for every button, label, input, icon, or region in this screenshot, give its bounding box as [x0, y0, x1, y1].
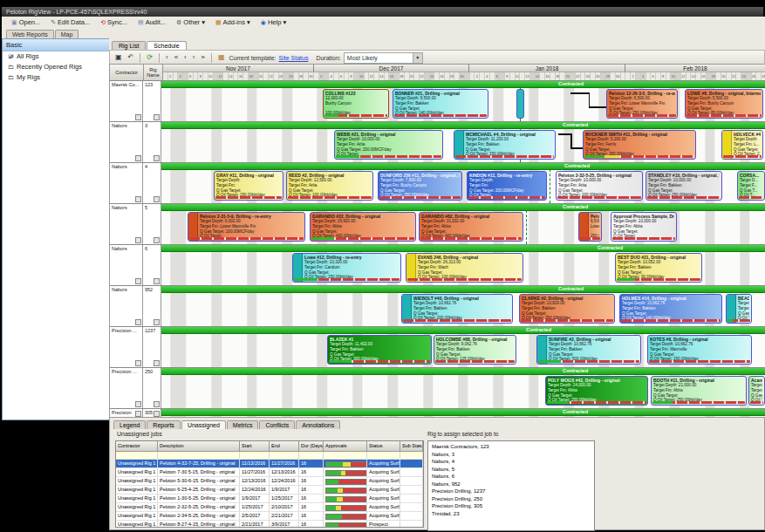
row-expander-button[interactable]: [135, 155, 141, 161]
refresh-icon[interactable]: ⟳: [145, 52, 154, 63]
job-block[interactable]: BEST DUO #21, Drilling - originalTarget …: [615, 253, 702, 283]
job-block[interactable]: LOWE #8, Drilling - original, Intermedia…: [685, 89, 763, 119]
list-item[interactable]: Nabors, 4: [428, 458, 594, 466]
bottom-tab-annotations[interactable]: Annotations: [296, 420, 340, 429]
list-item[interactable]: Precision Drilling, 1237: [428, 488, 594, 495]
row-expander-button[interactable]: [135, 196, 141, 202]
undo-icon[interactable]: ↶: [126, 52, 136, 63]
tab-schedule[interactable]: Schedule: [147, 41, 186, 50]
table-row[interactable]: Unassigned Rig 1Peloton 8-27-4-15, Drill…: [116, 521, 423, 528]
row-expander-button[interactable]: [154, 411, 160, 417]
job-block[interactable]: Acanthus...Target De...Target Fm...Q Gas…: [748, 376, 765, 406]
job-block[interactable]: WIEBOLT #40, Drilling - originalTarget D…: [401, 294, 513, 324]
filter-cell[interactable]: [400, 452, 423, 459]
menu-item-other[interactable]: ⚙Other ▾: [172, 17, 209, 28]
job-block[interactable]: DUNFORD 256 #11, Drilling - original, Se…: [378, 171, 462, 201]
filter-cell[interactable]: [270, 452, 299, 459]
column-header[interactable]: Approvals: [324, 441, 367, 451]
menu-item-addins[interactable]: ▦Add-ins ▾: [211, 17, 255, 28]
filter-cell[interactable]: [116, 452, 158, 459]
job-block[interactable]: BLAZEK #1Target Depth: 11,402.00Target F…: [327, 335, 432, 365]
list-item[interactable]: Trinidad, 23: [428, 510, 594, 518]
row-expander-button[interactable]: [135, 411, 141, 417]
column-header[interactable]: Contractor: [116, 441, 158, 451]
job-block[interactable]: REED #2, Drilling - originalTarget Depth…: [286, 171, 373, 201]
job-block[interactable]: CLARKE #2, Drilling - originalTarget Dep…: [519, 294, 615, 324]
row-expander-button[interactable]: [154, 237, 160, 243]
filter-cell[interactable]: [240, 452, 270, 459]
job-block[interactable]: MCMICHAEL #4, Drilling - originalTarget …: [454, 130, 556, 160]
table-row[interactable]: Unassigned Rig 1Peloton 5-30-6-15, Drill…: [116, 477, 423, 486]
column-header[interactable]: Dur (Days): [299, 441, 324, 451]
table-row[interactable]: Unassigned Rig 1Peloton 6-25-4-25, Drill…: [116, 486, 423, 494]
column-header[interactable]: Sub Status: [400, 441, 423, 451]
job-block[interactable]: HOLVECK #44Target Depth:Target Fm: L...Q…: [721, 130, 763, 160]
job-block[interactable]: EVANS 246, Drilling - originalTarget Dep…: [406, 253, 523, 283]
row-expander-button[interactable]: [154, 196, 160, 202]
row-expander-button[interactable]: [154, 155, 160, 161]
row-expander-button[interactable]: [135, 114, 141, 120]
job-block[interactable]: COLLINS #12312,000.00Bushy Canyon 100.00…: [323, 89, 389, 119]
table-row[interactable]: Unassigned Rig 1Peloton 4-32-7-25, Drill…: [116, 460, 423, 468]
calendar-icon[interactable]: ▦: [216, 52, 227, 63]
table-row[interactable]: Unassigned Rig 1Peloton 7-30 5-15, Drill…: [116, 468, 423, 477]
assign-rig-listbox[interactable]: Maersk Contractors, 123Nabors, 3Nabors, …: [427, 440, 595, 531]
list-item[interactable]: Nabors, 3: [428, 451, 594, 459]
list-item[interactable]: Maersk Contractors, 123: [428, 443, 594, 451]
job-block[interactable]: GARANDO #82, Drilling - originalTarget D…: [419, 212, 523, 242]
app-tab-web-reports[interactable]: Web Reports: [6, 30, 54, 38]
job-block[interactable]: Peloton 262 1091...6,500.00Lower Mannvil…: [578, 212, 602, 242]
column-header[interactable]: Description: [158, 441, 240, 451]
chevron-down-icon[interactable]: ▾: [413, 53, 422, 63]
job-block[interactable]: Peloton 2-32-5-25, Drilling - originalTa…: [556, 171, 643, 201]
app-tab-map[interactable]: Map: [55, 30, 79, 38]
table-filter-row[interactable]: [116, 452, 423, 460]
job-block[interactable]: WEBB #21, Drilling - originalTarget Dept…: [334, 130, 443, 160]
column-header[interactable]: Status: [367, 441, 400, 451]
menu-item-help[interactable]: ◉Help ▾: [256, 17, 290, 28]
menu-item-editdata[interactable]: ✎Edit Data...: [46, 17, 94, 28]
job-block[interactable]: Peloton 2-31-5-9, Drilling - re-entryTar…: [188, 212, 305, 242]
row-expander-button[interactable]: [154, 278, 160, 284]
job-block[interactable]: POLY WOGS #42, Drilling - originalTarget…: [545, 376, 648, 406]
duration-select[interactable]: Most Likely ▾: [344, 52, 423, 64]
list-item[interactable]: Precision Drilling, 250: [428, 495, 594, 503]
job-block[interactable]: HOLMES #14, Drilling - originalTarget De…: [619, 294, 722, 324]
bottom-tab-unassigned[interactable]: Unassigned: [181, 420, 226, 429]
column-header[interactable]: End: [270, 441, 299, 451]
filter-cell[interactable]: [367, 452, 400, 459]
bottom-tab-metrics[interactable]: Metrics: [227, 420, 259, 429]
job-block[interactable]: BONNER #21, Drilling - originalTarget De…: [393, 89, 488, 119]
job-block[interactable]: [516, 89, 524, 119]
unassigned-jobs-table[interactable]: ContractorDescriptionStartEndDur (Days)A…: [115, 440, 424, 528]
job-block[interactable]: BEACHCOMBER #2, D...Target Depth: 4,566.…: [726, 294, 752, 324]
menu-item-audit[interactable]: ▤Audit...: [133, 17, 170, 28]
job-block[interactable]: Lowe #12, Drilling - re-entryTarget Dept…: [292, 253, 401, 283]
table-row[interactable]: Unassigned Rig 1Peloton 2-32-5-25, Drill…: [116, 503, 423, 512]
save-icon[interactable]: ▣: [113, 52, 124, 63]
bottom-tab-legend[interactable]: Legend: [113, 420, 146, 429]
row-expander-button[interactable]: [135, 401, 141, 407]
sidebar-item-all-rigs[interactable]: 🖳All Rigs: [3, 51, 109, 62]
nav-fast-back-icon[interactable]: «: [173, 52, 180, 63]
filter-cell[interactable]: [324, 452, 367, 459]
template-link[interactable]: Site Status: [279, 55, 309, 61]
job-block[interactable]: Peloton 12-26-3-5, Drilling - re-entry, …: [606, 89, 678, 119]
filter-cell[interactable]: [158, 452, 240, 459]
job-block[interactable]: BUCKNER SMITH #11, Drilling - originalTa…: [583, 130, 696, 160]
column-header[interactable]: Start: [240, 441, 270, 451]
tab-rig-list[interactable]: Rig List: [112, 41, 146, 50]
nav-fast-forward-icon[interactable]: »: [199, 52, 206, 63]
list-item[interactable]: Nabors, 5: [428, 466, 594, 474]
nav-first-icon[interactable]: ‹: [164, 52, 170, 63]
nav-back-icon[interactable]: ‹: [182, 52, 188, 63]
sidebar-item-recently-opened-rigs[interactable]: 🗀Recently Opened Rigs: [3, 62, 109, 72]
row-expander-button[interactable]: [135, 237, 141, 243]
bottom-tab-conflicts[interactable]: Conflicts: [259, 420, 295, 429]
row-expander-button[interactable]: [154, 319, 160, 325]
menu-item-open[interactable]: ▣Open...: [7, 17, 44, 28]
row-expander-button[interactable]: [154, 114, 160, 120]
job-block[interactable]: GRAY #11, Drilling - originalTarget Dept…: [214, 171, 283, 201]
job-block[interactable]: CORSA...Target D...Target F...Q Gas T...…: [737, 171, 765, 201]
row-expander-button[interactable]: [154, 401, 160, 407]
